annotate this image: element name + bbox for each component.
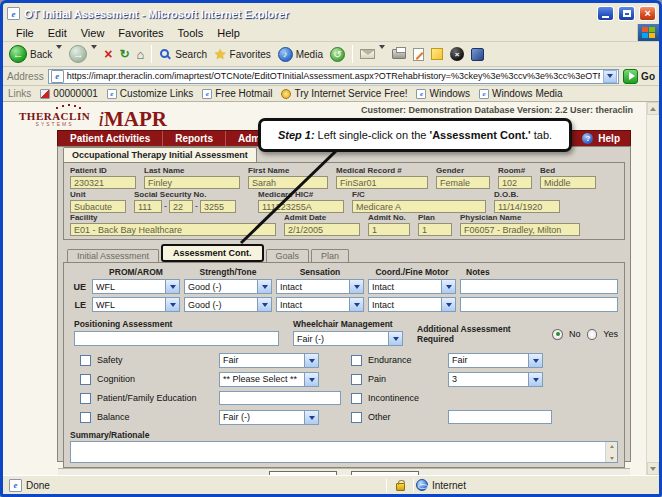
summary-scrollbar[interactable] [605,442,617,462]
dropdown-arrow-icon [304,373,318,386]
status-divider [386,479,387,492]
link-item[interactable]: Windows Media [479,88,563,99]
other-checkbox[interactable] [351,412,362,423]
safety-checkbox[interactable] [80,355,91,366]
menu-help[interactable]: Help [210,26,247,40]
le-strength-select[interactable]: Good (-) [184,297,272,312]
mail-button[interactable] [358,48,387,61]
dropdown-arrow-icon [165,280,179,293]
menu-favorites[interactable]: Favorites [111,26,170,40]
radio-yes[interactable] [587,329,598,340]
first-name-field: Sarah [248,176,328,189]
link-item[interactable]: Windows [416,88,470,99]
forward-button[interactable] [67,44,99,64]
room-field: 102 [498,176,532,189]
balance-select[interactable]: Fair (-) [219,410,319,425]
edit-button[interactable] [411,47,426,62]
education-checkbox[interactable] [80,393,91,404]
menu-edit[interactable]: Edit [41,26,74,40]
endurance-select[interactable]: Fair [448,353,543,368]
refresh-button[interactable] [117,46,131,62]
tab-plan[interactable]: Plan [311,249,349,262]
stop-button[interactable] [102,46,114,62]
row-le-label: LE [70,300,88,310]
media-button[interactable]: Media [276,46,325,63]
link-item[interactable]: Try Internet Service Free! [281,88,407,99]
education-input[interactable] [219,391,341,405]
ue-coord-select[interactable]: Intact [368,279,456,294]
ue-strength-select[interactable]: Good (-) [184,279,272,294]
history-button[interactable] [328,46,347,63]
tab-goals[interactable]: Goals [266,249,310,262]
endurance-checkbox[interactable] [351,355,362,366]
step-target-name: 'Assessment Cont.' [430,129,531,141]
link-item[interactable]: Customize Links [107,88,193,99]
wheelchair-select[interactable]: Fair (-) [293,331,403,346]
search-button[interactable]: Search [157,47,209,62]
other-input[interactable] [448,410,552,424]
scroll-up-icon[interactable] [647,102,659,115]
balance-checkbox[interactable] [80,412,91,423]
address-dropdown-icon[interactable] [603,70,617,83]
ue-coord-value: Intact [369,282,441,292]
menu-tools[interactable]: Tools [171,26,211,40]
back-button[interactable]: Back [7,44,64,64]
patient-info-panel: Patient ID230321 Last NameFinley First N… [63,162,625,240]
ue-notes-input[interactable] [460,279,618,294]
safety-select[interactable]: Fair [219,353,319,368]
le-notes-input[interactable] [460,297,618,312]
le-coord-select[interactable]: Intact [368,297,456,312]
save-button[interactable]: Save [269,471,337,475]
section-tab[interactable]: Occupational Therapy Initial Assessment [63,147,257,162]
scroll-up-icon[interactable] [606,442,617,451]
nav-patient-activities[interactable]: Patient Activities [58,131,163,146]
le-prom-select[interactable]: WFL [92,297,180,312]
scroll-down-icon[interactable] [647,462,659,475]
forward-dropdown-icon[interactable] [90,49,97,60]
positioning-label: Positioning Assessment [74,319,279,329]
check-row-incontinence: Incontinence [351,390,618,406]
mail-dropdown-icon[interactable] [378,49,385,60]
check-row-education: Patient/Family Education [80,390,347,406]
pain-select[interactable]: 3 [448,372,543,387]
discuss-button[interactable] [429,47,445,61]
tab-initial-assessment[interactable]: Initial Assessment [67,249,159,262]
link-item[interactable]: 00000001 [40,88,98,99]
research-button[interactable] [469,47,486,62]
favorites-button[interactable]: Favorites [212,46,273,62]
nav-help[interactable]: Help [572,131,630,146]
home-button[interactable] [134,46,146,63]
status-bar: Done Internet [3,475,659,494]
page-scrollbar[interactable] [646,102,659,475]
back-dropdown-icon[interactable] [55,49,62,60]
minimize-button[interactable] [597,6,614,21]
radio-no[interactable] [552,329,563,340]
link-label: Windows [429,88,470,99]
close-button[interactable] [639,6,656,21]
menu-file[interactable]: File [9,26,41,40]
scroll-down-icon[interactable] [606,453,617,462]
menu-view[interactable]: View [74,26,112,40]
pain-checkbox[interactable] [351,374,362,385]
address-input[interactable]: https://imapr.theraclin.com/imaprtest/OT… [48,69,619,84]
print-button[interactable] [390,48,408,60]
cognition-checkbox[interactable] [80,374,91,385]
tab-assessment-cont[interactable]: Assessment Cont. [161,244,264,262]
le-sensation-select[interactable]: Intact [276,297,364,312]
ue-sensation-select[interactable]: Intact [276,279,364,294]
link-item[interactable]: Free Hotmail [202,88,272,99]
link-label: Windows Media [492,88,563,99]
other-label: Other [368,412,448,422]
unit-field: Subacute [70,200,126,213]
go-button[interactable]: Go [623,69,655,84]
incontinence-checkbox[interactable] [351,393,362,404]
positioning-input[interactable] [74,331,279,346]
safety-label: Safety [97,355,219,365]
ue-prom-select[interactable]: WFL [92,279,180,294]
nav-reports[interactable]: Reports [163,131,226,146]
summary-textarea[interactable] [70,441,618,463]
maximize-button[interactable] [618,6,635,21]
messenger-button[interactable] [448,46,466,62]
cancel-button[interactable]: Cancel [351,471,419,475]
cognition-select[interactable]: ** Please Select ** [219,372,319,387]
